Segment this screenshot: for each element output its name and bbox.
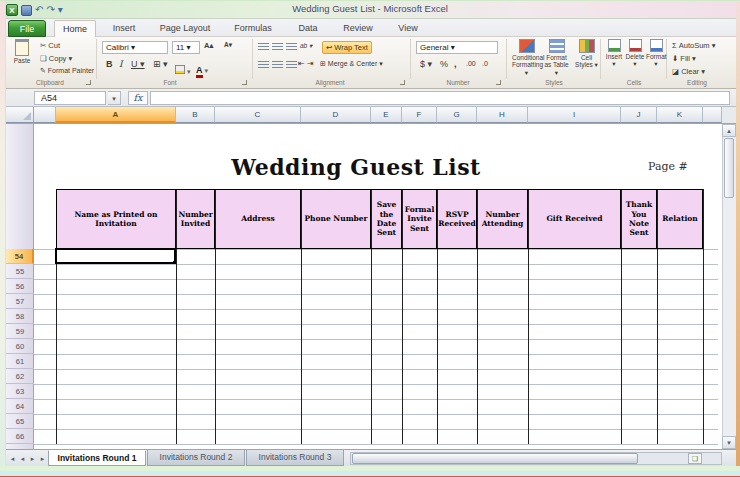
column-header-e[interactable]: E: [371, 107, 402, 123]
shrink-font-icon[interactable]: A▾: [224, 41, 232, 49]
cut-button[interactable]: ✂ Cut: [40, 41, 60, 50]
clipboard-dialog-launcher-icon[interactable]: [86, 80, 91, 85]
font-size-select[interactable]: 11 ▾: [172, 41, 200, 54]
number-dialog-launcher-icon[interactable]: [496, 80, 501, 85]
alignment-dialog-launcher-icon[interactable]: [400, 80, 405, 85]
scroll-up-icon[interactable]: ▲: [722, 124, 736, 137]
qat-dropdown-icon[interactable]: ▾: [58, 4, 63, 16]
sheet-tab-invitations-round-3[interactable]: Invitations Round 3: [246, 450, 344, 466]
borders-icon[interactable]: ⊞ ▾: [153, 59, 168, 69]
sheet-tab-invitations-round-2[interactable]: Invitations Round 2: [147, 450, 245, 466]
fill-button[interactable]: ⬇ Fill ▾: [672, 54, 696, 63]
paste-icon: [15, 39, 29, 56]
row-header-65[interactable]: 65: [6, 414, 34, 429]
redo-icon[interactable]: ↷: [46, 4, 54, 16]
column-header-c[interactable]: C: [215, 107, 301, 123]
column-header-b[interactable]: B: [176, 107, 215, 123]
group-separator: [410, 39, 411, 79]
formula-input[interactable]: [150, 91, 730, 105]
column-header-a[interactable]: A: [56, 107, 176, 123]
percent-icon[interactable]: %: [440, 59, 448, 69]
tab-review[interactable]: Review: [334, 20, 382, 37]
sheet-tab-invitations-round-1[interactable]: Invitations Round 1: [48, 450, 146, 466]
font-color-icon[interactable]: A ▾: [196, 59, 208, 78]
decrease-decimal-icon[interactable]: .0: [482, 60, 488, 67]
select-all-corner[interactable]: [6, 107, 34, 123]
column-header-j[interactable]: J: [621, 107, 657, 123]
row-header-63[interactable]: 63: [6, 384, 34, 399]
column-header-f[interactable]: F: [402, 107, 437, 123]
paste-button[interactable]: Paste: [8, 39, 36, 64]
bold-button[interactable]: B: [106, 59, 113, 69]
save-icon[interactable]: [21, 5, 32, 16]
row-header-55[interactable]: 55: [6, 264, 34, 279]
number-format-select[interactable]: General ▾: [416, 41, 498, 54]
column-header-d[interactable]: D: [301, 107, 371, 123]
align-bottom-icon-2[interactable]: [286, 61, 297, 69]
insert-function-button[interactable]: fx: [128, 91, 148, 105]
copy-button[interactable]: ❏ Copy ▾: [40, 54, 72, 63]
column-header-k[interactable]: K: [657, 107, 703, 123]
comma-icon[interactable]: ,: [454, 59, 457, 69]
grow-font-icon[interactable]: A▴: [204, 41, 213, 50]
font-name-select[interactable]: Calibri ▾: [102, 41, 168, 54]
clear-button[interactable]: ◪ Clear ▾: [672, 67, 705, 76]
excel-logo-icon[interactable]: X: [6, 4, 18, 16]
cell-styles-button[interactable]: Cell Styles ▾: [572, 39, 601, 69]
orientation-icon[interactable]: ab ▾: [300, 42, 312, 50]
font-dialog-launcher-icon[interactable]: [242, 80, 247, 85]
autosum-button[interactable]: Σ AutoSum ▾: [672, 41, 715, 50]
italic-button[interactable]: I: [119, 59, 123, 69]
row-header-61[interactable]: 61: [6, 354, 34, 369]
wrap-text-button[interactable]: ↩ Wrap Text: [322, 41, 372, 54]
align-top-icon-1[interactable]: [272, 43, 283, 51]
align-bottom-icon-0[interactable]: [258, 61, 269, 69]
vertical-scroll-thumb[interactable]: [724, 138, 734, 198]
increase-decimal-icon[interactable]: .00: [466, 60, 476, 67]
scroll-down-icon[interactable]: ▼: [722, 436, 736, 449]
insert-worksheet-icon[interactable]: ❏: [688, 453, 702, 464]
tab-home[interactable]: Home: [54, 20, 96, 37]
last-sheet-icon[interactable]: ▸: [37, 452, 48, 465]
delete-cells-button[interactable]: Delete ▾: [625, 39, 645, 68]
align-top-icon-0[interactable]: [258, 43, 269, 51]
row-header-59[interactable]: 59: [6, 324, 34, 339]
fill-color-icon[interactable]: ▾: [175, 60, 190, 78]
tab-page-layout[interactable]: Page Layout: [152, 20, 218, 37]
align-bottom-icon-1[interactable]: [272, 61, 283, 69]
selected-cell-a54[interactable]: [55, 248, 176, 264]
tab-data[interactable]: Data: [288, 20, 328, 37]
align-top-icon-2[interactable]: [286, 43, 297, 51]
indent-icons[interactable]: ⇤ ⇥: [298, 59, 314, 68]
row-header-62[interactable]: 62: [6, 369, 34, 384]
row-header-66[interactable]: 66: [6, 429, 34, 444]
format-as-table-button[interactable]: Format as Table ▾: [542, 39, 571, 76]
row-header-57[interactable]: 57: [6, 294, 34, 309]
row-header-58[interactable]: 58: [6, 309, 34, 324]
row-header-56[interactable]: 56: [6, 279, 34, 294]
row-header-60[interactable]: 60: [6, 339, 34, 354]
currency-icon[interactable]: $ ▾: [420, 59, 432, 69]
column-header-g[interactable]: G: [437, 107, 477, 123]
row-header-54[interactable]: 54: [6, 249, 34, 264]
tab-insert[interactable]: Insert: [102, 20, 146, 37]
gridline-horizontal: [34, 384, 718, 385]
name-box[interactable]: A54: [34, 91, 106, 105]
row-header-64[interactable]: 64: [6, 399, 34, 414]
file-tab[interactable]: File: [8, 20, 46, 37]
tab-formulas[interactable]: Formulas: [224, 20, 282, 37]
insert-cells-button[interactable]: Insert ▾: [604, 39, 624, 68]
undo-icon[interactable]: ↶: [35, 4, 43, 16]
column-header-h[interactable]: H: [477, 107, 528, 123]
format-cells-button-label: Format ▾: [646, 53, 667, 67]
format-cells-button[interactable]: Format ▾: [646, 39, 666, 68]
column-header-margin[interactable]: [34, 107, 56, 123]
horizontal-scroll-thumb[interactable]: [352, 453, 638, 464]
name-box-arrow-icon[interactable]: ▾: [108, 91, 121, 105]
column-header-i[interactable]: I: [528, 107, 621, 123]
tab-view[interactable]: View: [388, 20, 428, 37]
underline-button[interactable]: U ▾: [131, 59, 145, 69]
merge-center-button[interactable]: ⊞ Merge & Center ▾: [320, 60, 383, 68]
conditional-formatting-button[interactable]: Conditional Formatting ▾: [512, 39, 541, 76]
format-painter-button[interactable]: ✎ Format Painter: [40, 67, 94, 75]
